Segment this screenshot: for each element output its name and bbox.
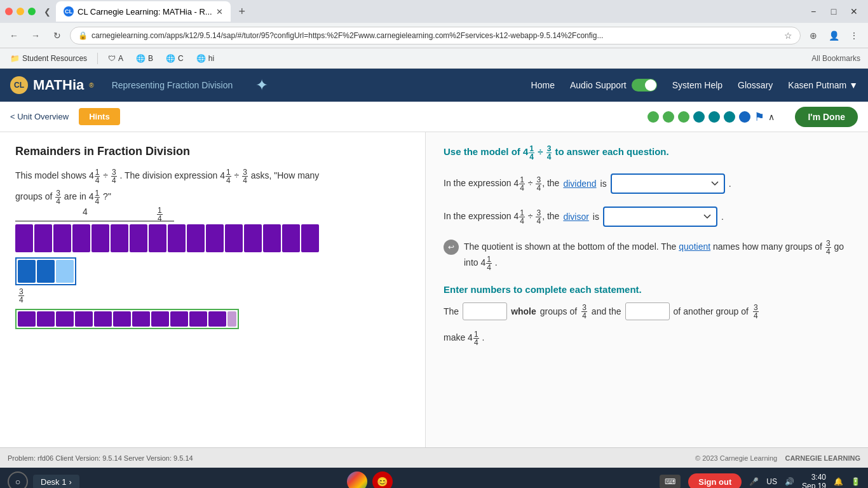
bar-unit-5 [92,224,109,252]
desk-chevron-icon: › [69,477,71,487]
bottom-bar-8 [151,311,169,327]
bar-unit-6 [111,224,128,252]
notification-icon[interactable]: 🔔 [834,477,843,486]
panel-groups: groups of 34 are in 414 ?" [15,189,410,205]
q2-is: is [593,212,599,222]
maximize-button[interactable]: □ [825,3,843,20]
mic-icon[interactable]: 🎤 [749,477,759,486]
taskbar-desk[interactable]: Desk 1 › [33,475,79,489]
done-button[interactable]: I'm Done [795,107,858,127]
other-taskbar-icon[interactable]: 😊 [372,471,393,488]
bar-unit-4 [72,224,90,252]
progress-dot-2 [663,111,674,123]
profile-icon[interactable]: 👤 [825,27,843,44]
expr2-frac: 34 [111,168,117,184]
toolbar-icons: ⊕ 👤 ⋮ [804,27,863,44]
divisor-link[interactable]: divisor [563,212,588,222]
bottom-bar-9 [170,311,188,327]
new-tab-button[interactable]: + [233,3,251,20]
toggle-knob [645,79,656,91]
system-help-nav-item[interactable]: System Help [672,80,722,90]
three-quarters-label: 34 [18,288,410,304]
close-tab-icon[interactable]: ✕ [216,7,223,17]
audio-support-label: Audio Support [570,80,627,90]
dividend-dropdown[interactable] [611,173,725,194]
bookmark-student-resources[interactable]: 📁 Student Resources [8,53,90,64]
active-browser-tab[interactable]: CL CL Carnegie Learning: MATHia - R... ✕ [56,1,231,22]
bookmark-b-icon: 🌐 [136,54,146,63]
all-bookmarks-link[interactable]: All Bookmarks [811,54,860,63]
bar-group-2 [72,224,128,252]
panel-description: This model shows 414 ÷ 34 . The division… [15,168,410,184]
bottom-bar-11 [208,311,226,327]
bar-line-right: 14 [155,220,174,222]
reload-button[interactable]: ↻ [48,27,66,44]
bookmark-c-icon: 🌐 [166,54,175,63]
back-button[interactable]: ← [5,27,23,44]
bar-unit-1 [15,224,33,252]
taskbar-start-button[interactable]: ○ [8,471,28,488]
bar-unit-13 [244,224,262,252]
and-the-label: and the [592,306,621,316]
bottom-bar-7 [132,311,150,327]
chevron-up-icon[interactable]: ∧ [768,112,775,122]
bookmark-hi[interactable]: 🌐 hi [194,53,217,64]
bookmark-c[interactable]: 🌐 C [163,53,186,64]
cl-logo: CL MATHia ® [10,76,94,94]
taskbar: ○ Desk 1 › 😊 ⌨ Sign out 🎤 US 🔊 3:40 Sep … [0,468,868,488]
q1-period: . [729,179,731,189]
unit-overview-link[interactable]: Unit Overview [10,112,69,121]
user-dropdown-icon: ▼ [849,80,858,90]
bottom-bar-4 [75,311,93,327]
bar-group-5 [244,224,300,252]
highlighted-bar-group [15,257,76,285]
bottom-bar-3 [56,311,74,327]
star-bookmark-icon[interactable]: ☆ [784,30,792,41]
bottom-bar-2 [37,311,55,327]
progress-dot-4 [693,111,705,123]
home-nav-item[interactable]: Home [531,80,555,90]
extensions-icon[interactable]: ⊕ [804,27,822,44]
partial-group-input[interactable] [625,302,670,320]
menu-icon[interactable]: ⋮ [845,27,863,44]
quotient-link[interactable]: quotient [679,241,710,252]
question-1-block: In the expression 414 ÷ 34, the dividend… [444,173,850,194]
bar-number-4: 4 [83,207,88,217]
user-name-label: Kasen Putnam [788,80,846,90]
browser-toolbar: ← → ↻ 🔒 carnegielearning.com/apps/k12/9.… [0,23,868,48]
progress-dot-1 [648,111,659,123]
taskbar-datetime: 3:40 Sep 19 [802,473,826,488]
q2-period: . [721,212,724,222]
user-menu[interactable]: Kasen Putnam ▼ [788,80,858,90]
close-button[interactable]: ✕ [845,3,863,20]
main-bar-row [15,224,410,252]
audio-toggle-switch[interactable] [632,79,657,92]
dividend-link[interactable]: dividend [563,179,596,189]
volume-icon[interactable]: 🔊 [785,477,794,486]
are-in-frac: 14 [95,189,100,205]
bar-unit-7 [130,224,147,252]
hints-button[interactable]: Hints [79,108,120,125]
divisor-dropdown[interactable] [603,207,717,227]
glossary-nav-item[interactable]: Glossary [738,80,773,90]
sign-out-button[interactable]: Sign out [688,473,742,489]
bookmark-b[interactable]: 🌐 B [133,53,156,64]
bookmark-a[interactable]: 🛡 A [105,53,126,64]
right-panel: Use the model of 414 ÷ 34 to answer each… [426,132,868,447]
forward-button[interactable]: → [27,27,44,44]
complete-row: The whole groups of 34 and the of anothe… [444,302,850,320]
bar-unit-12 [225,224,243,252]
tab-favicon: CL [64,6,74,17]
audio-support-toggle[interactable]: Audio Support [570,79,657,92]
question-1-line: In the expression 414 ÷ 34, the dividend… [444,173,850,194]
bar-unit-16 [301,224,319,252]
address-bar[interactable]: 🔒 carnegielearning.com/apps/k12/9.5.14/s… [70,27,801,44]
bar-group-3 [130,224,186,252]
tab-back-btn[interactable]: ❮ [41,5,53,18]
progress-dot-5 [709,111,720,123]
whole-groups-input[interactable] [463,302,507,320]
chrome-taskbar-icon[interactable] [347,471,367,488]
bar-unit-8 [149,224,166,252]
minimize-button[interactable]: − [804,3,822,20]
expr1-frac: 14 [95,168,100,184]
